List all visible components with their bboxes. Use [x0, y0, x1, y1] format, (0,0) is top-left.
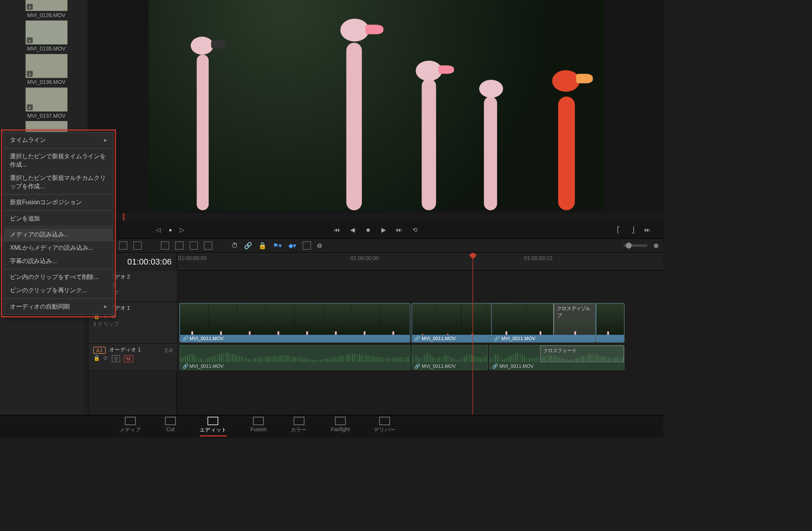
playhead[interactable] — [472, 253, 473, 415]
context-menu-item[interactable]: 新規Fusionコンポジション — [4, 196, 113, 209]
media-clip[interactable]: ♪MVI_0135.MOV — [11, 20, 82, 52]
dynamic-trim-icon[interactable] — [119, 241, 127, 250]
solo-button[interactable]: S — [112, 355, 120, 362]
blade-tool-icon[interactable] — [133, 241, 142, 250]
video-clip[interactable]: MVI_0011.MOV — [179, 303, 411, 342]
audio-clip[interactable]: MVI_0011.MOV — [179, 345, 411, 370]
flag-icon[interactable]: ⚑▾ — [273, 242, 282, 250]
page-tab-icon — [335, 417, 346, 425]
track-header-a1[interactable]: A1オーディオ 12.0 🔒 ⊙ S M — [88, 344, 177, 372]
stop-icon[interactable]: ■ — [364, 225, 372, 233]
video-clip[interactable]: クロスディゾルブ MVI_0011.MOV — [491, 303, 596, 342]
media-clip[interactable]: ♪MVI_0138.MOV — [0, 88, 8, 119]
context-menu-item[interactable]: オーディオの自動同期 — [4, 300, 113, 313]
media-clip[interactable]: ♪MVI_0137.MOV — [11, 88, 82, 119]
transition-item[interactable]: 五角形アイリス — [0, 365, 85, 378]
match-frame-fwd-icon[interactable]: ▷ — [178, 225, 187, 233]
context-menu-item[interactable]: 選択したビンで新規タイムラインを作成... — [4, 150, 113, 172]
page-tab-Fusion[interactable]: Fusion — [250, 417, 267, 436]
link-icon[interactable]: 🔗 — [244, 242, 252, 250]
match-frame-icon[interactable]: ◁ — [154, 225, 162, 233]
loop-icon[interactable]: ⟲ — [411, 225, 419, 233]
lock-track-icon[interactable]: 🔒 — [93, 355, 100, 362]
arm-icon[interactable]: ⊙ — [103, 355, 108, 362]
context-menu[interactable]: タイムライン選択したビンで新規タイムラインを作成...選択したビンで新規マルチカ… — [3, 132, 113, 315]
marker-dot-icon[interactable]: ● — [166, 225, 175, 233]
video-clip[interactable] — [596, 303, 625, 342]
context-menu-item[interactable]: 字幕の読み込み... — [4, 255, 113, 268]
transition-item[interactable]: 六角形アイリス — [0, 378, 85, 392]
media-clip[interactable]: ♪MVI_0126.MOV — [11, 0, 82, 18]
mute-button[interactable]: M — [124, 355, 133, 362]
marker-icon[interactable]: ◆▾ — [288, 242, 297, 250]
fit-to-fill-icon[interactable] — [204, 241, 212, 250]
media-clip[interactable]: ♪MVI_0124.MOV — [0, 20, 8, 52]
mark-in-icon[interactable]: ⎡ — [614, 225, 623, 233]
step-back-icon[interactable]: ◀ — [348, 225, 357, 233]
zoom-out-icon[interactable]: ⊖ — [317, 242, 322, 250]
media-clip[interactable]: ♪MVI_0136.MOV — [11, 54, 82, 85]
viewer-image — [148, 0, 603, 210]
page-navigation: DaVinci Resolve 16 PUBLIC BETA メディアCutエデ… — [0, 415, 663, 438]
viewer-scrubber[interactable] — [88, 213, 663, 221]
viewer[interactable] — [88, 0, 663, 213]
context-menu-item[interactable]: ビンを追加 — [4, 212, 113, 225]
context-menu-item[interactable]: ビンのクリップを再リンク... — [4, 284, 113, 297]
snapping-icon[interactable] — [303, 241, 311, 250]
clip-label: MVI_0135.MOV — [27, 46, 66, 52]
transport-controls: ◁ ● ▷ ⏮ ◀ ■ ▶ ⏭ ⟲ ⎡ ⎦ ⏭ — [88, 221, 663, 238]
audio-badge-icon: ♪ — [27, 37, 33, 43]
audio-crossfade[interactable]: クロスフェード — [540, 345, 624, 362]
transition-item[interactable]: 楕円アイリス — [0, 392, 85, 405]
page-tab-カラー[interactable]: カラー — [291, 417, 307, 436]
context-menu-item[interactable]: タイムライン — [4, 134, 113, 147]
audio-clip[interactable]: クロスフェード MVI_0011.MOV — [489, 345, 625, 370]
transition-item[interactable]: クロス型アイリス — [0, 339, 85, 352]
step-fwd-icon[interactable]: ⏭ — [395, 225, 403, 233]
context-menu-item[interactable]: メディアの読み込み... — [4, 228, 113, 241]
context-menu-item[interactable]: ビン内のクリップをすべて削除... — [4, 271, 113, 284]
timeline-toolbar: ➤ ⏱ 🔗 🔒 ⚑▾ ◆▾ ⊖ ⊕ — [88, 238, 663, 253]
page-tab-Fairlight[interactable]: Fairlight — [331, 417, 350, 436]
page-tab-icon — [165, 417, 176, 425]
audio-clip[interactable]: MVI_0011.MOV — [412, 345, 488, 370]
clip-label: MVI_0137.MOV — [27, 113, 66, 119]
replace-icon[interactable] — [190, 241, 198, 250]
insert-icon[interactable] — [161, 241, 169, 250]
context-menu-item[interactable]: XMLからメディアの読み込み... — [4, 241, 113, 255]
transition-item[interactable]: 三角形アイリス — [0, 352, 85, 366]
page-tab-Cut[interactable]: Cut — [165, 417, 176, 436]
audio-badge-icon: ♪ — [27, 4, 33, 10]
goto-first-icon[interactable]: ⏮ — [333, 225, 341, 233]
timeline: 01:00:03:06 V2ビデオ 2 🔒◇⊘ 1 クリップ V1ビデオ 1 🔒… — [88, 253, 663, 415]
goto-last-icon[interactable]: ⏭ — [643, 225, 651, 233]
zoom-slider[interactable] — [623, 244, 647, 247]
track-a1-body[interactable]: MVI_0011.MOV MVI_0011.MOV クロスフェード MVI_00… — [177, 344, 663, 372]
zoom-in-icon[interactable]: ⊕ — [653, 242, 659, 250]
context-menu-item[interactable]: 選択したビンで新規マルチカムクリップを作成... — [4, 171, 113, 193]
clip-label: MVI_0136.MOV — [27, 79, 66, 85]
transition-item[interactable]: アローアイリス — [0, 326, 85, 339]
video-transition[interactable]: クロスディゾルブ — [553, 304, 595, 335]
track-v1-body[interactable]: MVI_0011.MOV MVI_0011.MOV クロスディゾルブ MVI_0… — [177, 302, 663, 343]
retime-icon[interactable]: ⏱ — [231, 242, 238, 249]
mark-out-icon[interactable]: ⎦ — [629, 225, 637, 233]
page-tab-icon — [293, 417, 304, 425]
page-tab-エディット[interactable]: エディット — [200, 417, 227, 436]
lock-icon[interactable]: 🔒 — [258, 242, 267, 250]
page-tab-メディア[interactable]: メディア — [120, 417, 141, 436]
page-tab-icon — [379, 417, 390, 425]
timeline-ruler[interactable]: 01:00:00:00 01:00:00:00 01:00:03:22 — [177, 253, 663, 271]
link-icon — [183, 336, 189, 341]
media-clip[interactable]: ♪MVI_0128.MOV — [0, 54, 8, 85]
page-tab-デリバー[interactable]: デリバー — [374, 417, 395, 436]
page-tab-icon — [125, 417, 135, 425]
media-clip[interactable]: ♪MVI_0127.MOV — [0, 0, 8, 18]
audio-badge-icon: ♪ — [27, 104, 33, 110]
overwrite-icon[interactable] — [175, 241, 184, 250]
play-icon[interactable]: ▶ — [379, 225, 388, 233]
clip-label: MVI_0126.MOV — [27, 12, 66, 18]
timeline-timecode: 01:00:03:06 — [127, 257, 172, 266]
audio-badge-icon: ♪ — [27, 71, 33, 77]
track-v2-body[interactable] — [177, 271, 663, 302]
